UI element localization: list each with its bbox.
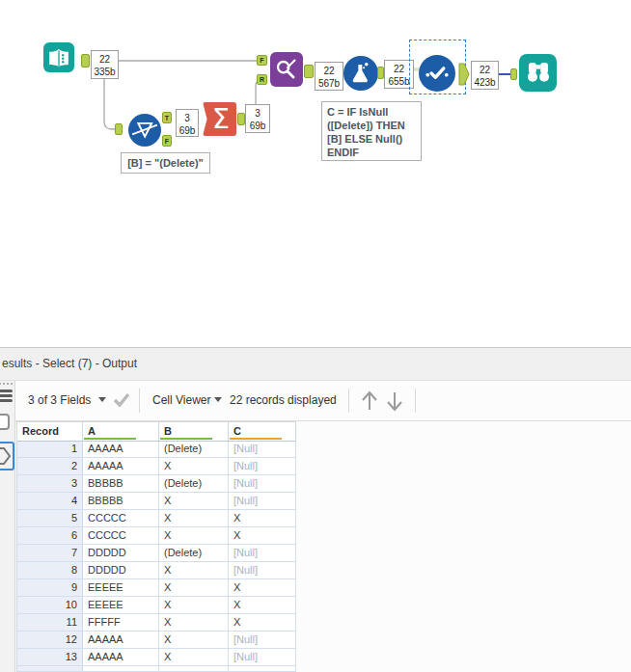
record-number-cell[interactable]: 2 [17, 458, 83, 475]
filter-input-anchor[interactable] [115, 123, 123, 135]
data-cell[interactable]: X [229, 579, 296, 597]
fields-dropdown[interactable]: 3 of 3 Fields [28, 393, 91, 407]
data-cell[interactable]: DDDDD [83, 545, 159, 562]
data-cell[interactable]: X [159, 493, 229, 510]
formula-output-anchor[interactable] [377, 67, 384, 79]
data-cell[interactable]: EEEEE [83, 597, 159, 614]
summarize-output-anchor[interactable] [237, 113, 245, 125]
data-cell[interactable]: (Delete) [159, 475, 229, 493]
record-number-cell[interactable]: 11 [17, 614, 83, 632]
record-number-cell[interactable]: 3 [17, 475, 83, 493]
comment-filter-expression[interactable]: [B] = "(Delete)" [121, 152, 210, 174]
column-header-b[interactable]: B [159, 422, 229, 442]
column-header-record[interactable]: Record [17, 422, 83, 442]
data-cell[interactable]: X [229, 510, 296, 527]
data-cell[interactable]: AAAAA [83, 632, 159, 649]
data-cell[interactable]: CCCCC [83, 527, 159, 545]
input-data-tool[interactable] [43, 42, 74, 72]
data-cell[interactable]: FFFFF [83, 614, 159, 632]
table-row[interactable]: 11FFFFFXX [17, 614, 296, 632]
data-cell[interactable]: BBBBB [83, 493, 159, 510]
table-row[interactable]: 4BBBBBX[Null] [17, 493, 296, 510]
data-cell[interactable]: X [229, 527, 296, 545]
comment-formula-expression[interactable]: C = IF IsNull ([Delete]) THEN [B] ELSE N… [321, 101, 422, 161]
find-replace-tool[interactable] [270, 52, 303, 87]
data-cell[interactable]: X [159, 649, 229, 666]
data-cell[interactable] [83, 666, 159, 672]
data-cell[interactable]: [Null] [229, 649, 296, 666]
data-cell[interactable]: X [159, 597, 229, 614]
record-number-cell[interactable]: 8 [17, 562, 83, 579]
select-output-anchor[interactable] [458, 63, 470, 86]
table-row[interactable]: 7DDDDD(Delete)[Null] [17, 545, 296, 562]
select-tool[interactable] [419, 55, 455, 92]
data-cell[interactable] [229, 666, 296, 672]
arrow-up-icon[interactable] [359, 389, 380, 414]
findreplace-f-anchor[interactable]: F [257, 55, 267, 66]
record-number-cell[interactable]: 6 [17, 527, 83, 545]
data-cell[interactable]: X [159, 527, 229, 545]
data-cell[interactable]: X [159, 579, 229, 597]
data-cell[interactable]: [Null] [229, 475, 296, 493]
table-row[interactable]: 3BBBBB(Delete)[Null] [17, 475, 296, 493]
data-cell[interactable]: X [159, 458, 229, 475]
cell-viewer-dropdown[interactable]: Cell Viewer [152, 393, 210, 407]
table-row[interactable]: 5CCCCCXX [17, 510, 296, 527]
data-cell[interactable]: AAAAA [83, 441, 159, 458]
browse-tool[interactable] [519, 54, 557, 92]
data-cell[interactable]: [Null] [229, 441, 296, 458]
summarize-tool[interactable]: Σ [203, 102, 236, 136]
filter-false-anchor[interactable]: F [162, 135, 172, 147]
record-number-cell[interactable]: 9 [17, 579, 83, 597]
data-cell[interactable]: (Delete) [159, 545, 229, 562]
data-cell[interactable]: BBBBB [83, 475, 159, 493]
data-cell[interactable]: [Null] [229, 458, 296, 475]
table-row[interactable]: 10EEEEEXX [17, 597, 296, 614]
input-output-anchor[interactable] [81, 54, 90, 67]
table-row[interactable] [17, 666, 296, 672]
record-number-cell[interactable]: 13 [17, 649, 83, 666]
table-row[interactable]: 13AAAAAX[Null] [17, 649, 296, 666]
findreplace-output-anchor[interactable] [304, 65, 314, 78]
record-number-cell[interactable]: 10 [17, 597, 83, 614]
data-cell[interactable]: X [159, 614, 229, 632]
output-anchor-button[interactable] [0, 442, 14, 470]
table-row[interactable]: 9EEEEEXX [17, 579, 296, 597]
record-number-cell[interactable]: 5 [17, 510, 83, 527]
data-cell[interactable]: [Null] [229, 562, 296, 579]
data-cell[interactable]: [Null] [229, 545, 296, 562]
data-cell[interactable]: EEEEE [83, 579, 159, 597]
record-number-cell[interactable] [17, 666, 83, 672]
data-cell[interactable]: [Null] [229, 632, 296, 649]
data-cell[interactable]: CCCCC [83, 510, 159, 527]
data-cell[interactable]: [Null] [229, 493, 296, 510]
chevron-down-icon[interactable] [98, 397, 106, 402]
column-header-c[interactable]: C [229, 422, 296, 442]
data-cell[interactable]: X [159, 510, 229, 527]
table-row[interactable]: 1AAAAA(Delete)[Null] [17, 441, 296, 458]
record-number-cell[interactable]: 4 [17, 493, 83, 510]
table-row[interactable]: 2AAAAAX[Null] [17, 458, 296, 475]
column-header-a[interactable]: A [83, 422, 159, 442]
data-cell[interactable]: (Delete) [159, 441, 229, 458]
arrow-down-icon[interactable] [384, 389, 405, 414]
data-cell[interactable]: X [159, 562, 229, 579]
chevron-down-icon[interactable] [214, 397, 222, 402]
table-row[interactable]: 6CCCCCXX [17, 527, 296, 545]
data-cell[interactable] [159, 666, 229, 672]
record-number-cell[interactable]: 1 [17, 441, 83, 458]
data-cell[interactable]: AAAAA [83, 458, 159, 475]
input-anchor-button[interactable] [0, 414, 10, 430]
filter-true-anchor[interactable]: T [162, 112, 172, 123]
browse-input-anchor[interactable] [510, 68, 517, 80]
record-number-cell[interactable]: 7 [17, 545, 83, 562]
data-cell[interactable]: X [159, 632, 229, 649]
table-row[interactable]: 8DDDDDX[Null] [17, 562, 296, 579]
apply-checkmark-icon[interactable] [112, 391, 131, 409]
data-cell[interactable]: X [229, 614, 296, 632]
findreplace-r-anchor[interactable]: R [257, 74, 267, 85]
filter-tool[interactable] [128, 114, 161, 147]
formula-tool[interactable] [343, 56, 378, 91]
record-number-cell[interactable]: 12 [17, 632, 83, 649]
table-row[interactable]: 12AAAAAX[Null] [17, 632, 296, 649]
